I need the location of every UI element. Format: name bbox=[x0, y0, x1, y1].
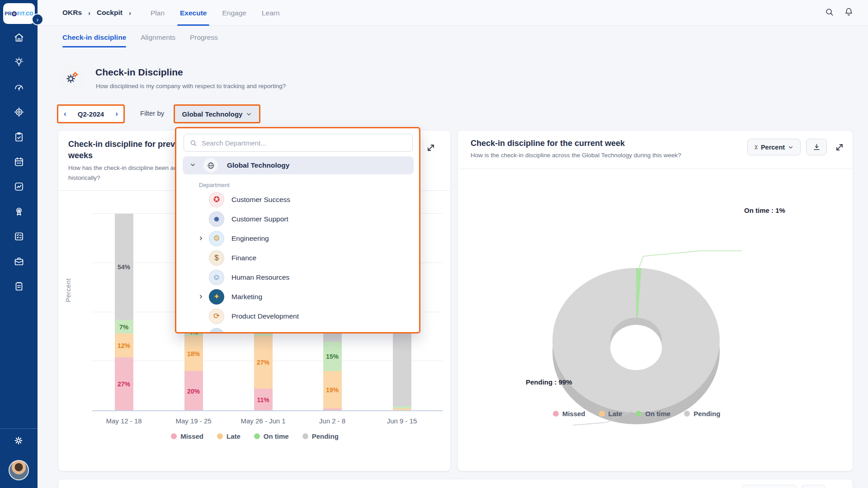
expand-icon[interactable] bbox=[834, 142, 845, 155]
notepad-icon[interactable] bbox=[14, 281, 24, 291]
x-axis-tick-label: May 12 - 18 bbox=[106, 417, 142, 425]
megaphone-icon: ✦ bbox=[209, 289, 224, 305]
tab-learn[interactable]: Learn bbox=[262, 0, 280, 26]
chevron-down-icon bbox=[246, 111, 252, 117]
dropdown-item-finance[interactable]: $Finance bbox=[176, 248, 420, 267]
x-axis-tick-label: May 19 - 25 bbox=[175, 417, 211, 425]
search-icon[interactable] bbox=[825, 7, 834, 19]
insights-chart-icon[interactable] bbox=[14, 181, 24, 192]
download-button[interactable] bbox=[806, 139, 827, 155]
gauge-icon[interactable] bbox=[14, 82, 24, 93]
breadcrumb-okrs[interactable]: OKRs bbox=[62, 9, 82, 17]
dropdown-item-customer-success[interactable]: ✪Customer Success bbox=[176, 190, 420, 209]
legend-item-pending[interactable]: Pending bbox=[302, 432, 339, 440]
bottom-card-icon-button[interactable] bbox=[802, 485, 825, 488]
legend-item-ontime[interactable]: On time bbox=[254, 432, 289, 440]
briefcase-icon[interactable] bbox=[14, 256, 24, 267]
medal-icon: ✪ bbox=[209, 192, 224, 207]
legend-item-ontime[interactable]: On time bbox=[636, 410, 670, 418]
bottom-card bbox=[58, 479, 853, 488]
checklist-icon[interactable] bbox=[14, 231, 24, 242]
chevron-right-icon bbox=[198, 313, 204, 319]
bar-value-label: 18% bbox=[180, 350, 207, 357]
bar-value-label: 11% bbox=[250, 396, 277, 404]
dropdown-item-human-resources[interactable]: ☺Human Resources bbox=[176, 267, 420, 287]
sidebar: PRFIT.CO › bbox=[0, 0, 38, 488]
sidebar-divider bbox=[0, 428, 38, 429]
late-dot-icon bbox=[599, 411, 605, 417]
page-title: Check-in Discipline bbox=[95, 67, 183, 78]
notifications-bell-icon[interactable] bbox=[844, 7, 854, 19]
legend-item-late[interactable]: Late bbox=[217, 432, 241, 440]
profit-co-logo[interactable]: PRFIT.CO bbox=[3, 3, 35, 24]
download-icon bbox=[812, 143, 821, 151]
chevron-down-icon[interactable] bbox=[190, 161, 196, 169]
legend-item-late[interactable]: Late bbox=[599, 410, 623, 418]
subtab-progress[interactable]: Progress bbox=[190, 26, 218, 49]
tab-plan[interactable]: Plan bbox=[151, 0, 165, 26]
settings-gear-icon[interactable] bbox=[13, 435, 24, 446]
bar-value-label: 12% bbox=[110, 342, 137, 349]
quarter-next-chevron-icon[interactable]: › bbox=[115, 109, 118, 118]
subtab-alignments[interactable]: Alignments bbox=[141, 26, 175, 49]
quarter-prev-chevron-icon[interactable]: ‹ bbox=[64, 109, 66, 118]
bar-chart-legend: Missed Late On time Pending bbox=[58, 432, 451, 440]
breadcrumb-chevron-icon: › bbox=[88, 9, 90, 17]
current-week-card: Check-in discipline for the current week… bbox=[458, 130, 853, 471]
donut-chart-legend: Missed Late On time Pending bbox=[485, 410, 788, 418]
process-person-icon: ⟳ bbox=[209, 309, 224, 324]
bottom-card-button[interactable] bbox=[742, 485, 796, 488]
logo-text: PRFIT.CO bbox=[5, 11, 33, 16]
people-icon: ☺ bbox=[209, 270, 224, 285]
dropdown-item-product-development[interactable]: ⟳Product Development bbox=[176, 306, 420, 326]
department-dropdown-panel: Global Technology Department ✪Customer S… bbox=[175, 127, 420, 333]
lightbulb-icon[interactable] bbox=[14, 57, 24, 68]
target-icon[interactable] bbox=[14, 107, 24, 117]
bar-segment-late bbox=[393, 408, 411, 410]
percent-unit-dropdown[interactable]: ٪ Percent bbox=[747, 139, 801, 155]
x-axis-tick-label: Jun 9 - 15 bbox=[387, 417, 417, 425]
page-subtitle: How disciplined is my company with respe… bbox=[96, 83, 286, 89]
legend-item-missed[interactable]: Missed bbox=[171, 432, 203, 440]
x-axis-tick-label: Jun 2 - 8 bbox=[319, 417, 345, 425]
header-divider bbox=[458, 169, 853, 169]
chevron-right-icon[interactable] bbox=[198, 235, 204, 241]
award-badge-icon[interactable] bbox=[14, 206, 24, 217]
quarter-label: Q2-2024 bbox=[78, 110, 104, 118]
dropdown-item-marketing[interactable]: ✦Marketing bbox=[176, 287, 420, 306]
breadcrumb: OKRs › Cockpit › bbox=[62, 0, 131, 25]
filter-by-label: Filter by bbox=[140, 109, 164, 117]
chevron-right-icon bbox=[198, 255, 204, 261]
department-section-label: Department bbox=[199, 182, 230, 188]
pending-callout-label: Pending : 99% bbox=[526, 378, 572, 386]
breadcrumb-cockpit[interactable]: Cockpit bbox=[97, 9, 123, 17]
legend-item-missed[interactable]: Missed bbox=[553, 410, 585, 418]
calendar-icon[interactable] bbox=[14, 156, 24, 167]
legend-item-pending[interactable]: Pending bbox=[684, 410, 720, 418]
clipboard-check-icon[interactable] bbox=[14, 131, 24, 142]
home-icon[interactable] bbox=[14, 32, 24, 43]
money-chart-icon: $ bbox=[209, 250, 224, 266]
x-axis-tick-label: May 26 - Jun 1 bbox=[241, 417, 285, 425]
dropdown-item-partial[interactable]: ◉ bbox=[176, 326, 420, 332]
expand-icon[interactable] bbox=[425, 142, 436, 155]
percent-icon: ٪ bbox=[755, 144, 758, 150]
subtab-checkin-discipline[interactable]: Check-in discipline bbox=[62, 26, 126, 49]
sidebar-expand-toggle[interactable]: › bbox=[32, 14, 43, 25]
department-search-input[interactable] bbox=[202, 139, 407, 147]
user-avatar[interactable] bbox=[9, 460, 29, 480]
tab-execute[interactable]: Execute bbox=[180, 0, 207, 26]
dropdown-item-customer-support[interactable]: ☻Customer Support bbox=[176, 209, 420, 229]
chevron-right-icon[interactable] bbox=[198, 294, 204, 300]
support-person-icon: ☻ bbox=[209, 211, 224, 227]
missed-dot-icon bbox=[171, 433, 177, 439]
dropdown-item-engineering[interactable]: ⚙Engineering bbox=[176, 229, 420, 248]
bar-value-label: 54% bbox=[110, 263, 137, 271]
gears-illustration-icon bbox=[59, 65, 85, 90]
dropdown-item-global-technology[interactable]: Global Technology bbox=[183, 156, 414, 174]
department-filter-button[interactable]: Global Technology bbox=[174, 104, 260, 123]
ontime-dot-icon bbox=[254, 433, 260, 439]
quarter-selector[interactable]: ‹ Q2-2024 › bbox=[57, 104, 125, 123]
filter-value: Global Technology bbox=[182, 110, 243, 118]
tab-engage[interactable]: Engage bbox=[222, 0, 246, 26]
